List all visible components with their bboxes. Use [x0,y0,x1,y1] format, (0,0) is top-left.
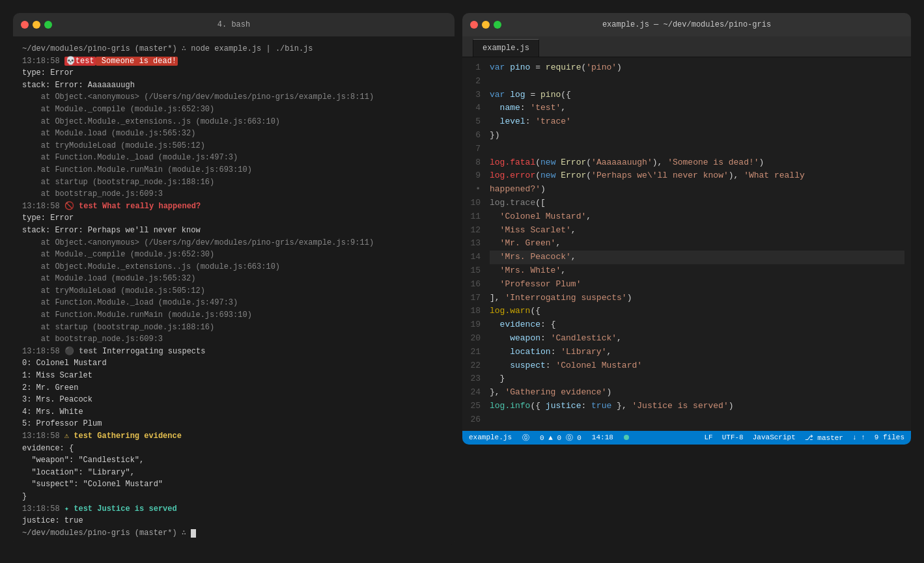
status-files: 9 files [875,433,904,441]
terminal-line: at bootstrap_node.js:609:3 [22,188,445,200]
terminal-line: 13:18:58 💀test Someone is dead! [22,55,445,68]
editor-tab-bar: example.js [462,36,911,57]
trace-badge: ⚫ test [64,347,98,356]
terminal-window: 4. bash ~/dev/modules/pino-gris (master*… [13,13,455,545]
terminal-body: ~/dev/modules/pino-gris (master*) ∴ node… [13,36,455,545]
code-line: 'Miss Scarlet', [490,224,904,238]
code-line: name: 'test', [490,102,904,115]
terminal-line: at Function.Module.runMain (module.js:69… [22,309,445,322]
code-line [490,75,904,89]
terminal-line: 13:18:58 ⚠ test Gathering evidence [22,430,445,443]
line-number: 13 [462,237,481,251]
error-badge: 🚫 test [64,202,98,211]
line-number: 25 [462,400,481,413]
cursor [191,529,196,538]
code-line: ], 'Interrogating suspects') [490,292,904,305]
code-line: log.fatal(new Error('Aaaaaauugh'), 'Some… [490,156,904,170]
line-number: 24 [462,386,481,400]
terminal-line: 4: Mrs. White [22,406,445,419]
code-line: log.trace([ [490,197,904,210]
line-number: 2 [462,75,481,89]
status-bar: example.js ⓪ 0 ▲ 0 ⓪ 0 14:18 LF UTF-8 Ja… [462,431,911,445]
terminal-line: ~/dev/modules/pino-gris (master*) ∴ [22,527,445,540]
editor-tab[interactable]: example.js [473,39,539,57]
code-line: var pino = require('pino') [490,61,904,75]
code-line: 'Mrs. White', [490,264,904,278]
terminal-line: "location": "Library", [22,467,445,479]
line-number: 4 [462,102,481,115]
code-content: var pino = require('pino') var log = pin… [490,61,911,427]
terminal-line: 3: Mrs. Peacock [22,394,445,406]
code-line: 'Mr. Green', [490,237,904,251]
terminal-titlebar: 4. bash [13,13,455,36]
editor-minimize-button[interactable] [482,21,490,29]
terminal-line: at tryModuleLoad (module.js:505:12) [22,140,445,152]
editor-body: 123456789•101112131415161718192021222324… [462,57,911,431]
terminal-line: at Module._compile (module.js:652:30) [22,103,445,116]
editor-close-button[interactable] [470,21,478,29]
code-line: log.warn({ [490,305,904,318]
terminal-line: at Object.Module._extensions..js (module… [22,116,445,128]
code-line: }, 'Gathering evidence') [490,386,904,400]
terminal-line: type: Error [22,212,445,225]
status-charset: UTF-8 [722,433,744,441]
code-line: suspect: 'Colonel Mustard' [490,359,904,373]
code-line: evidence: { [490,318,904,332]
terminal-line: at Object.<anonymous> (/Users/ng/dev/mod… [22,91,445,103]
terminal-line: 1: Miss Scarlet [22,370,445,382]
status-errors-icon: ⓪ [522,433,529,443]
info-badge: ✦ test [64,504,92,514]
terminal-line: "suspect": "Colonel Mustard" [22,478,445,491]
code-line [490,413,904,427]
code-line: happened?') [490,183,904,197]
terminal-line: at Module._compile (module.js:652:30) [22,249,445,261]
line-number: 15 [462,264,481,278]
terminal-line: 13:18:58 ✦ test Justice is served [22,503,445,515]
terminal-line: stack: Error: Perhaps we'll never know [22,225,445,237]
line-number: 20 [462,332,481,346]
minimize-button[interactable] [33,21,40,29]
status-lang: JavaScript [753,433,796,441]
warn-badge: ⚠ test [64,432,92,441]
line-number: 6 [462,129,481,143]
code-line: log.error(new Error('Perhaps we\'ll neve… [490,169,904,183]
line-number: 19 [462,318,481,332]
editor-maximize-button[interactable] [494,21,501,29]
terminal-line: stack: Error: Aaaaaauugh [22,79,445,92]
terminal-line: 13:18:58 🚫 test What really happened? [22,200,445,213]
terminal-line: "weapon": "Candlestick", [22,454,445,467]
maximize-button[interactable] [44,21,52,29]
terminal-line: at Function.Module.runMain (module.js:69… [22,164,445,176]
status-errors: 0 ▲ 0 ⓪ 0 [540,433,581,443]
code-line: }) [490,129,904,143]
terminal-line: 2: Mr. Green [22,382,445,394]
editor-titlebar: example.js — ~/dev/modules/pino-gris [462,13,911,36]
terminal-line: at Function.Module._load (module.js:497:… [22,297,445,309]
code-line: weapon: 'Candlestick', [490,332,904,346]
terminal-line: at Function.Module._load (module.js:497:… [22,152,445,164]
status-line-col: 14:18 [592,433,613,441]
fatal-badge: 💀test [64,57,96,66]
line-number: 12 [462,224,481,238]
code-line: location: 'Library', [490,346,904,359]
code-line: 'Colonel Mustard', [490,210,904,224]
status-arrows: ↓ ↑ [852,433,865,441]
line-number: 8 [462,156,481,170]
line-number: 22 [462,359,481,373]
code-line: } [490,372,904,386]
terminal-line: at startup (bootstrap_node.js:188:16) [22,176,445,189]
code-line [490,143,904,156]
terminal-line: evidence: { [22,443,445,455]
code-line: log.info({ justice: true }, 'Justice is … [490,400,904,413]
line-number: 23 [462,372,481,386]
terminal-line: at bootstrap_node.js:609:3 [22,333,445,346]
terminal-line: 13:18:58 ⚫ test Interrogating suspects [22,346,445,358]
editor-window-title: example.js — ~/dev/modules/pino-gris [602,20,771,29]
line-number: 14 [462,251,481,264]
terminal-line: type: Error [22,67,445,79]
terminal-line: at tryModuleLoad (module.js:505:12) [22,285,445,297]
code-line: 'Mrs. Peacock', [490,251,904,264]
terminal-line: at startup (bootstrap_node.js:188:16) [22,322,445,334]
close-button[interactable] [21,21,29,29]
terminal-line: at Module.load (module.js:565:32) [22,273,445,285]
